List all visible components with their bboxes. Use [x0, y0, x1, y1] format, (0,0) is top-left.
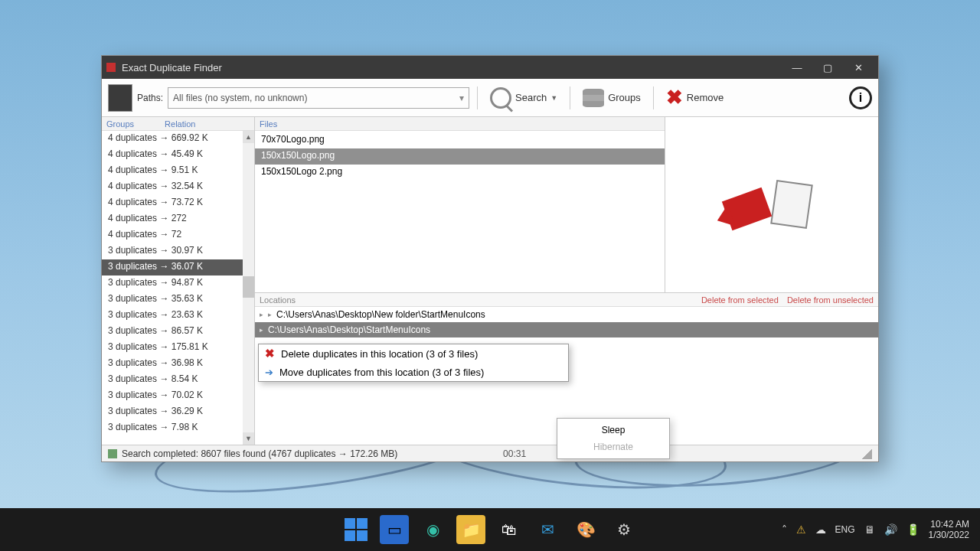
- file-item[interactable]: 150x150Logo 2.png: [255, 165, 665, 181]
- group-item[interactable]: 3 duplicates → 7.98 K: [102, 420, 254, 436]
- language-indicator[interactable]: ENG: [835, 524, 855, 535]
- weather-icon[interactable]: ☁: [815, 523, 826, 536]
- maximize-button[interactable]: ▢: [812, 57, 843, 78]
- locations-label: Locations: [260, 295, 296, 305]
- preview-panel: [665, 117, 878, 292]
- clock[interactable]: 10:42 AM 1/30/2022: [929, 519, 969, 541]
- database-icon: [583, 89, 604, 107]
- status-text: Search completed: 8607 files found (4767…: [122, 448, 397, 459]
- right-panel: Files 70x70Logo.png 150x150Logo.png 150x…: [255, 117, 878, 445]
- titlebar[interactable]: Exact Duplicate Finder — ▢ ✕: [102, 56, 878, 79]
- group-item[interactable]: 4 duplicates → 272: [102, 211, 254, 227]
- col-files[interactable]: Files: [260, 119, 277, 129]
- group-item[interactable]: 3 duplicates → 23.63 K: [102, 308, 254, 324]
- group-item[interactable]: 4 duplicates → 73.72 K: [102, 195, 254, 211]
- onedrive-icon[interactable]: ⚠: [796, 523, 806, 536]
- arrow-right-icon: ➔: [265, 367, 273, 378]
- separator: [653, 86, 654, 109]
- filter-dropdown[interactable]: All files (no system, no unknown): [168, 87, 469, 109]
- top-split: Files 70x70Logo.png 150x150Logo.png 150x…: [255, 117, 878, 293]
- groups-button[interactable]: Groups: [578, 86, 645, 109]
- remove-button[interactable]: ✖ Remove: [662, 83, 728, 112]
- taskbar: ▭ ◉ 📁 🛍 ✉ 🎨 ⚙ ˄ ⚠ ☁ ENG 🖥 🔊 🔋 10:42 AM 1…: [0, 508, 980, 551]
- group-item[interactable]: 4 duplicates → 32.54 K: [102, 179, 254, 195]
- group-item[interactable]: 3 duplicates → 86.57 K: [102, 324, 254, 340]
- delete-selected-link[interactable]: Delete from selected: [701, 295, 779, 305]
- close-button[interactable]: ✕: [843, 57, 874, 78]
- power-sleep[interactable]: Sleep: [557, 422, 669, 439]
- app-window: Exact Duplicate Finder — ▢ ✕ Paths: All …: [101, 55, 879, 462]
- groups-panel: Groups Relation 4 duplicates → 669.92 K …: [102, 117, 255, 445]
- window-title: Exact Duplicate Finder: [122, 62, 782, 73]
- toolbar: Paths: All files (no system, no unknown)…: [102, 79, 878, 117]
- mail-button[interactable]: ✉: [533, 515, 562, 544]
- edge-button[interactable]: ◉: [418, 515, 447, 544]
- group-item[interactable]: 3 duplicates → 94.87 K: [102, 276, 254, 292]
- info-button[interactable]: i: [849, 86, 872, 109]
- expand-icon[interactable]: ▸: [260, 326, 263, 334]
- ctx-delete-duplicates[interactable]: ✖ Delete duplicates in this location (3 …: [259, 344, 568, 363]
- store-button[interactable]: 🛍: [495, 515, 524, 544]
- explorer-button[interactable]: 📁: [456, 515, 485, 544]
- group-item[interactable]: 3 duplicates → 70.02 K: [102, 388, 254, 404]
- file-item-selected[interactable]: 150x150Logo.png: [255, 148, 665, 165]
- clock-date: 1/30/2022: [929, 530, 969, 540]
- statusbar: Search completed: 8607 files found (4767…: [102, 445, 878, 461]
- scroll-up-icon[interactable]: ▲: [243, 131, 254, 143]
- group-item-selected[interactable]: 3 duplicates → 36.07 K: [102, 259, 254, 276]
- group-item[interactable]: 3 duplicates → 35.63 K: [102, 292, 254, 308]
- col-groups[interactable]: Groups: [106, 119, 134, 129]
- group-item[interactable]: 3 duplicates → 8.54 K: [102, 372, 254, 388]
- volume-icon[interactable]: 🔊: [884, 523, 897, 536]
- search-button[interactable]: Search ▼: [485, 85, 562, 111]
- chevron-down-icon[interactable]: ▼: [550, 94, 557, 102]
- status-icon: [108, 449, 117, 458]
- document-icon: [770, 179, 813, 228]
- group-item[interactable]: 3 duplicates → 36.98 K: [102, 356, 254, 372]
- file-item[interactable]: 70x70Logo.png: [255, 132, 665, 148]
- scroll-down-icon[interactable]: ▼: [243, 432, 254, 445]
- group-item[interactable]: 4 duplicates → 9.51 K: [102, 163, 254, 179]
- location-item[interactable]: ▸ ▸ C:\Users\Anas\Desktop\New folder\Sta…: [255, 307, 878, 322]
- group-item[interactable]: 4 duplicates → 45.49 K: [102, 147, 254, 163]
- start-button[interactable]: [341, 515, 371, 544]
- power-hibernate[interactable]: Hibernate: [557, 439, 669, 455]
- group-item[interactable]: 3 duplicates → 30.97 K: [102, 243, 254, 259]
- scrollbar[interactable]: ▲ ▼: [243, 131, 254, 445]
- power-menu: Sleep Hibernate: [557, 418, 670, 459]
- folder-picker-icon[interactable]: [108, 84, 132, 112]
- group-item[interactable]: 3 duplicates → 175.81 K: [102, 340, 254, 356]
- separator: [570, 86, 570, 109]
- settings-button[interactable]: ⚙: [609, 515, 639, 544]
- x-icon: ✖: [265, 347, 275, 360]
- network-icon[interactable]: 🖥: [864, 523, 875, 536]
- remove-label: Remove: [687, 92, 724, 103]
- expand-icon[interactable]: ▸: [260, 311, 263, 318]
- taskbar-center: ▭ ◉ 📁 🛍 ✉ 🎨 ⚙: [341, 515, 639, 544]
- resize-grip-icon[interactable]: [861, 448, 872, 459]
- minimize-button[interactable]: —: [782, 57, 812, 78]
- preview-image: [726, 178, 818, 232]
- search-icon: [490, 87, 511, 109]
- groups-list[interactable]: 4 duplicates → 669.92 K 4 duplicates → 4…: [102, 131, 254, 445]
- scroll-thumb[interactable]: [243, 276, 254, 298]
- group-item[interactable]: 4 duplicates → 669.92 K: [102, 131, 254, 147]
- x-icon: ✖: [666, 86, 683, 109]
- separator: [477, 86, 478, 109]
- context-menu: ✖ Delete duplicates in this location (3 …: [258, 344, 569, 382]
- location-item-selected[interactable]: ▸ C:\Users\Anas\Desktop\StartMenuIcons: [255, 322, 878, 337]
- taskview-button[interactable]: ▭: [380, 515, 409, 544]
- files-list[interactable]: 70x70Logo.png 150x150Logo.png 150x150Log…: [255, 131, 665, 182]
- group-item[interactable]: 4 duplicates → 72: [102, 227, 254, 243]
- app-body: Groups Relation 4 duplicates → 669.92 K …: [102, 117, 878, 445]
- delete-unselected-link[interactable]: Delete from unselected: [787, 295, 874, 305]
- paint-button[interactable]: 🎨: [571, 515, 600, 544]
- group-item[interactable]: 3 duplicates → 36.29 K: [102, 404, 254, 420]
- battery-icon[interactable]: 🔋: [906, 523, 920, 536]
- col-relation[interactable]: Relation: [165, 119, 195, 129]
- tray-overflow-icon[interactable]: ˄: [782, 523, 787, 536]
- expand-icon[interactable]: ▸: [268, 311, 272, 318]
- ctx-move-duplicates[interactable]: ➔ Move duplicates from this location (3 …: [259, 363, 568, 381]
- app-icon: [106, 63, 116, 72]
- paths-label: Paths:: [137, 93, 163, 103]
